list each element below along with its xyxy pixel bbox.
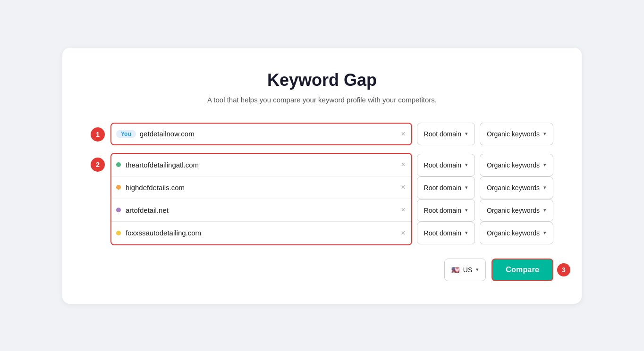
chevron-icon: ▾ (476, 267, 479, 273)
competitor4-dropdowns: Root domain ▾ Organic keywords ▾ (417, 222, 553, 244)
footer-row: 🇺🇸 US ▾ Compare 3 (91, 259, 553, 281)
step1-organic-keywords-dropdown[interactable]: Organic keywords ▾ (480, 123, 553, 145)
competitor2-dropdowns: Root domain ▾ Organic keywords ▾ (417, 176, 553, 199)
you-badge: You (116, 130, 136, 138)
competitor2-domain-input[interactable] (126, 184, 400, 192)
chevron-icon: ▾ (465, 184, 468, 191)
competitor3-domain-input[interactable] (126, 206, 400, 214)
competitor1-domain-input[interactable] (126, 161, 400, 169)
step1-domain-wrapper[interactable]: You × (110, 123, 412, 145)
country-code: US (463, 266, 472, 274)
keyword-gap-card: Keyword Gap A tool that helps you compar… (62, 48, 582, 304)
competitor1-dot (116, 162, 121, 167)
step1-badge: 1 (91, 127, 105, 142)
chevron-icon: ▾ (543, 184, 546, 191)
step2-inputs: × × × × (110, 153, 553, 245)
competitor3-dot (116, 208, 121, 212)
step2-row: 2 × × (91, 153, 553, 245)
competitor2-input-inner[interactable]: × (111, 176, 411, 199)
competitor1-clear-button[interactable]: × (400, 161, 406, 168)
competitor3-organic-keywords-dropdown[interactable]: Organic keywords ▾ (480, 199, 553, 222)
chevron-icon: ▾ (465, 207, 468, 213)
competitor1-row: × × × × (110, 153, 553, 245)
competitor1-root-domain-dropdown[interactable]: Root domain ▾ (417, 154, 475, 176)
competitor4-dot (116, 231, 121, 235)
competitor3-clear-button[interactable]: × (400, 206, 406, 214)
competitor2-root-domain-dropdown[interactable]: Root domain ▾ (417, 176, 475, 199)
competitor1-organic-keywords-dropdown[interactable]: Organic keywords ▾ (480, 154, 553, 176)
chevron-icon: ▾ (543, 230, 546, 236)
competitor2-organic-keywords-dropdown[interactable]: Organic keywords ▾ (480, 176, 553, 199)
competitor1-dropdowns: Root domain ▾ Organic keywords ▾ (417, 154, 553, 176)
step2-badge: 2 (91, 158, 105, 172)
chevron-icon: ▾ (543, 207, 546, 213)
compare-wrapper: Compare 3 (491, 259, 553, 281)
step1-row: 1 You × Root domain ▾ Organic keywords ▾ (91, 123, 553, 145)
chevron-icon: ▾ (465, 162, 468, 168)
compare-button[interactable]: Compare (491, 259, 553, 281)
competitor4-clear-button[interactable]: × (400, 229, 406, 237)
chevron-icon: ▾ (465, 230, 468, 236)
competitor3-input-inner[interactable]: × (111, 199, 411, 222)
competitor4-root-domain-dropdown[interactable]: Root domain ▾ (417, 222, 475, 244)
chevron-icon: ▾ (543, 162, 546, 168)
chevron-icon: ▾ (543, 131, 546, 137)
competitor1-input-inner[interactable]: × (111, 154, 411, 176)
country-flag: 🇺🇸 (451, 266, 459, 274)
step1-clear-button[interactable]: × (400, 130, 406, 138)
page-subtitle: A tool that helps you compare your keywo… (91, 96, 553, 104)
step1-input-row: You × Root domain ▾ Organic keywords ▾ (110, 123, 553, 145)
page-title: Keyword Gap (91, 70, 553, 90)
competitor4-input-inner[interactable]: × (111, 222, 411, 244)
competitor2-dot (116, 185, 121, 190)
chevron-icon: ▾ (465, 131, 468, 137)
competitor4-organic-keywords-dropdown[interactable]: Organic keywords ▾ (480, 222, 553, 244)
step1-inputs: You × Root domain ▾ Organic keywords ▾ (110, 123, 553, 145)
step1-domain-input[interactable] (140, 130, 400, 138)
competitor3-root-domain-dropdown[interactable]: Root domain ▾ (417, 199, 475, 222)
competitor2-clear-button[interactable]: × (400, 184, 406, 191)
competitor-inputs-group: × × × × (110, 153, 412, 245)
country-dropdown[interactable]: 🇺🇸 US ▾ (444, 259, 486, 281)
step1-root-domain-dropdown[interactable]: Root domain ▾ (417, 123, 475, 145)
competitor-dropdowns-col: Root domain ▾ Organic keywords ▾ Root do… (417, 154, 553, 244)
step3-badge: 3 (557, 263, 570, 276)
competitor3-dropdowns: Root domain ▾ Organic keywords ▾ (417, 199, 553, 222)
competitor4-domain-input[interactable] (126, 229, 400, 237)
